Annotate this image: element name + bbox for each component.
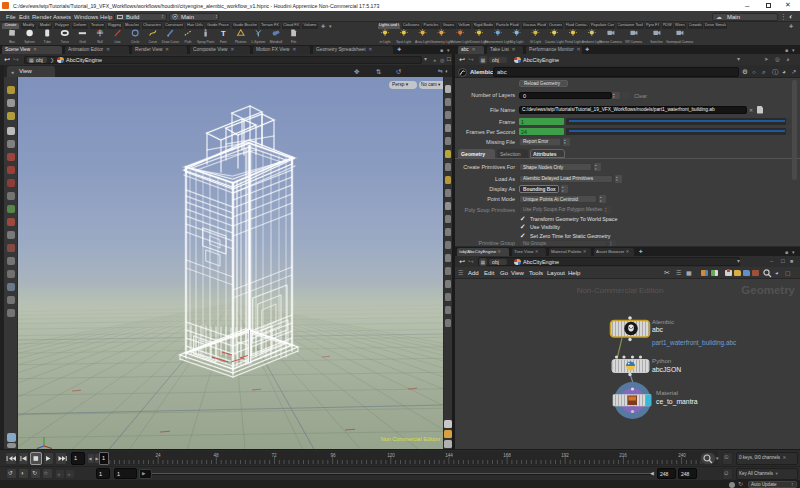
svg-text:Grid: Grid	[79, 40, 85, 44]
svg-text:part1_waterfront_building.abc: part1_waterfront_building.abc	[652, 339, 737, 347]
svg-text:Python: Python	[652, 357, 672, 364]
svg-text:Sky Light: Sky Light	[510, 40, 524, 44]
svg-text:Metaball: Metaball	[270, 40, 283, 44]
svg-text:120: 120	[387, 453, 395, 458]
svg-text:Tube: Tube	[43, 40, 51, 44]
svg-text:Torus: Torus	[61, 40, 69, 44]
svg-text:ce_to_mantra: ce_to_mantra	[656, 398, 698, 406]
svg-text:Switcher: Switcher	[650, 40, 664, 44]
svg-text:Spot Light: Spot Light	[396, 40, 411, 44]
svg-text:96: 96	[330, 453, 336, 458]
svg-text:144: 144	[445, 453, 453, 458]
svg-text:Area Light: Area Light	[415, 40, 430, 44]
svg-text:Geometry Light: Geometry Light	[430, 40, 453, 44]
svg-text:Volume Light: Volume Light	[451, 40, 470, 44]
svg-text:Box: Box	[9, 40, 15, 44]
svg-text:192: 192	[561, 453, 569, 458]
svg-text:72: 72	[271, 453, 277, 458]
svg-text:Portal Light: Portal Light	[565, 40, 582, 44]
svg-text:abcJSON: abcJSON	[652, 366, 681, 373]
svg-text:Null: Null	[97, 40, 103, 44]
svg-text:Draw Curve: Draw Curve	[162, 40, 180, 44]
svg-text:Circle: Circle	[131, 40, 140, 44]
svg-text:GI Light: GI Light	[530, 40, 542, 44]
svg-text:Gamepad Camera: Gamepad Camera	[666, 40, 693, 44]
svg-text:Stereo Camera: Stereo Camera	[599, 40, 622, 44]
svg-text:Alembic: Alembic	[652, 318, 674, 325]
svg-text:nt Light: nt Light	[380, 40, 391, 44]
svg-text:L-System: L-System	[251, 40, 265, 44]
svg-text:Material: Material	[656, 389, 678, 396]
svg-text:Environment Light: Environment Light	[485, 40, 512, 44]
svg-text:T: T	[221, 29, 226, 38]
svg-text:216: 216	[619, 453, 627, 458]
svg-text:File: File	[291, 40, 296, 44]
svg-text:Spray Paint: Spray Paint	[197, 40, 214, 44]
svg-text:168: 168	[503, 453, 511, 458]
svg-text:48: 48	[213, 453, 219, 458]
svg-text:240: 240	[678, 453, 686, 458]
svg-text:Platonic: Platonic	[235, 40, 247, 44]
svg-text:Path: Path	[185, 40, 192, 44]
svg-text:24: 24	[155, 453, 161, 458]
svg-text:abc: abc	[652, 326, 664, 333]
svg-text:Curve: Curve	[148, 40, 157, 44]
svg-text:Line: Line	[114, 40, 120, 44]
svg-text:VR Camera: VR Camera	[625, 40, 642, 44]
svg-text:Font: Font	[220, 40, 227, 44]
svg-text:Sphere: Sphere	[24, 40, 35, 44]
svg-text:Caustic Light: Caustic Light	[545, 40, 564, 44]
